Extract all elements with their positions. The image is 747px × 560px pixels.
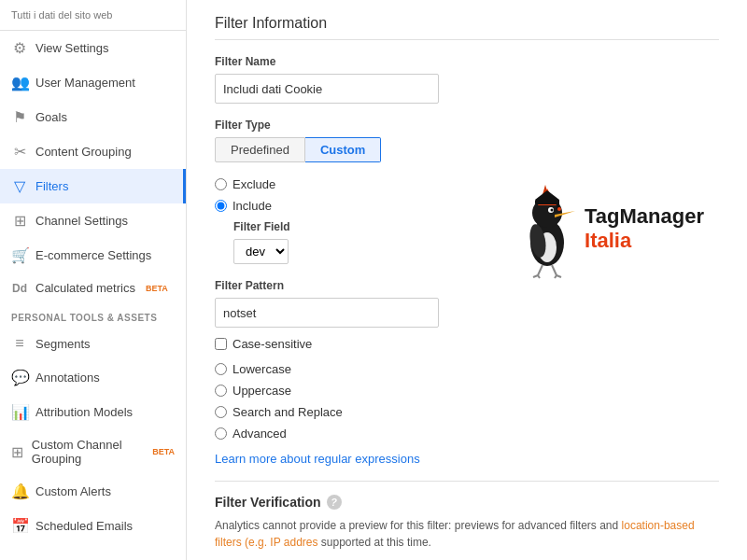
lowercase-label: Lowercase (233, 362, 291, 376)
filter-pattern-input[interactable] (215, 298, 439, 328)
sidebar-label: Attribution Models (35, 405, 133, 419)
svg-rect-8 (535, 200, 559, 204)
sidebar-item-view-settings[interactable]: ⚙ View Settings (0, 31, 186, 65)
case-sensitive-checkbox[interactable] (215, 338, 227, 350)
segments-icon: ≡ (11, 335, 28, 352)
include-radio-row: Include (215, 199, 420, 213)
goals-icon: ⚑ (11, 108, 28, 126)
learn-more-link[interactable]: Learn more about regular expressions (215, 452, 719, 466)
case-sensitive-row: Case-sensitive (215, 337, 420, 351)
uppercase-radio[interactable] (215, 385, 227, 397)
sidebar-header: Tutti i dati del sito web (0, 0, 186, 31)
sidebar-item-channel-settings[interactable]: ⊞ Channel Settings (0, 203, 186, 238)
sidebar-label: View Settings (35, 41, 109, 55)
attribution-icon: 📊 (11, 403, 28, 421)
svg-line-18 (555, 275, 557, 278)
sidebar-label: Calculated metrics (35, 281, 135, 295)
woodpecker-icon (510, 177, 585, 280)
uppercase-label: Uppercase (233, 384, 291, 398)
sidebar-label: Segments (35, 337, 91, 351)
sidebar-item-filters[interactable]: ▽ Filters (0, 169, 186, 203)
sidebar-item-scheduled-emails[interactable]: 📅 Scheduled Emails (0, 509, 186, 543)
sidebar-item-annotations[interactable]: 💬 Annotations (0, 360, 186, 395)
svg-point-11 (557, 207, 561, 211)
brand-logo-area: TagManager Italia (504, 168, 710, 289)
brand-suffix: Italia (585, 229, 704, 253)
search-replace-label: Search and Replace (233, 405, 343, 419)
section-title: Filter Information (215, 15, 719, 40)
scheduled-emails-icon: 📅 (11, 517, 28, 535)
sidebar-item-segments[interactable]: ≡ Segments (0, 327, 186, 360)
filter-name-input[interactable] (215, 74, 439, 104)
sidebar-item-ecommerce-settings[interactable]: 🛒 E-commerce Settings (0, 238, 186, 273)
beta-badge: BETA (146, 284, 168, 293)
sidebar-item-content-grouping[interactable]: ✂ Content Grouping (0, 134, 186, 169)
verification-title: Filter Verification ? (215, 495, 719, 510)
custom-channel-icon: ⊞ (11, 443, 24, 461)
help-icon[interactable]: ? (327, 495, 342, 510)
custom-button[interactable]: Custom (305, 137, 381, 162)
sidebar-item-attribution-models[interactable]: 📊 Attribution Models (0, 395, 186, 429)
filter-type-buttons: Predefined Custom (215, 137, 719, 162)
include-radio[interactable] (215, 200, 227, 212)
svg-line-15 (533, 275, 538, 277)
svg-line-17 (557, 275, 561, 277)
filter-field-select-wrapper: dev (233, 239, 420, 264)
uppercase-row: Uppercase (215, 384, 420, 398)
filter-name-label: Filter Name (215, 55, 719, 68)
advanced-row: Advanced (215, 427, 420, 441)
brand-text-container: TagManager Italia (585, 204, 704, 253)
sidebar-item-user-management[interactable]: 👥 User Management (0, 65, 186, 100)
main-content: Filter Information Filter Name Filter Ty… (187, 0, 747, 560)
personal-tools-section-label: PERSONAL TOOLS & ASSETS (0, 303, 186, 327)
settings-icon: ⚙ (11, 39, 28, 57)
brand-prefix: TagManager (585, 204, 704, 229)
channel-settings-icon: ⊞ (11, 212, 28, 230)
advanced-label: Advanced (233, 427, 287, 441)
svg-line-13 (538, 265, 543, 275)
svg-line-14 (552, 265, 557, 275)
annotations-icon: 💬 (11, 369, 28, 386)
sidebar: Tutti i dati del sito web ⚙ View Setting… (0, 0, 187, 560)
sidebar-label: Filters (35, 179, 68, 193)
exclude-radio-row: Exclude (215, 177, 420, 191)
content-grouping-icon: ✂ (11, 143, 28, 161)
sidebar-item-goals[interactable]: ⚑ Goals (0, 100, 186, 134)
svg-marker-9 (535, 190, 559, 200)
calculated-metrics-icon: Dd (11, 282, 28, 295)
sidebar-label: E-commerce Settings (35, 248, 151, 262)
filter-icon: ▽ (11, 177, 28, 195)
filter-type-group: Filter Type Predefined Custom (215, 119, 719, 162)
sidebar-label: Custom Alerts (35, 484, 111, 498)
case-sensitive-label: Case-sensitive (233, 337, 312, 351)
ecommerce-icon: 🛒 (11, 246, 28, 264)
sidebar-label: Goals (35, 110, 67, 124)
lowercase-radio[interactable] (215, 363, 227, 375)
users-icon: 👥 (11, 74, 28, 91)
include-label: Include (233, 199, 272, 213)
filter-options-group: Lowercase Uppercase Search and Replace A… (215, 362, 420, 441)
search-replace-radio[interactable] (215, 406, 227, 418)
sidebar-label: Content Grouping (35, 145, 132, 159)
verification-text: Analytics cannot provide a preview for t… (215, 517, 719, 551)
advanced-radio[interactable] (215, 427, 227, 440)
search-replace-row: Search and Replace (215, 405, 420, 419)
filter-pattern-label: Filter Pattern (215, 279, 420, 292)
filter-verification-section: Filter Verification ? Analytics cannot p… (215, 481, 719, 551)
sidebar-label: Scheduled Emails (35, 519, 133, 533)
filter-field-select[interactable]: dev (233, 239, 289, 264)
svg-point-6 (551, 209, 554, 212)
svg-line-16 (538, 275, 540, 278)
beta-badge-2: BETA (152, 447, 175, 456)
filter-type-label: Filter Type (215, 119, 719, 132)
filter-name-group: Filter Name (215, 55, 719, 104)
sidebar-label: Channel Settings (35, 214, 128, 228)
sidebar-item-custom-alerts[interactable]: 🔔 Custom Alerts (0, 474, 186, 509)
sidebar-item-custom-channel-grouping[interactable]: ⊞ Custom Channel Grouping BETA (0, 429, 186, 474)
exclude-radio[interactable] (215, 178, 227, 190)
lowercase-row: Lowercase (215, 362, 420, 376)
custom-alerts-icon: 🔔 (11, 483, 28, 500)
sidebar-item-calculated-metrics[interactable]: Dd Calculated metrics BETA (0, 273, 186, 303)
predefined-button[interactable]: Predefined (215, 137, 305, 162)
sidebar-label: Custom Channel Grouping (32, 438, 142, 466)
